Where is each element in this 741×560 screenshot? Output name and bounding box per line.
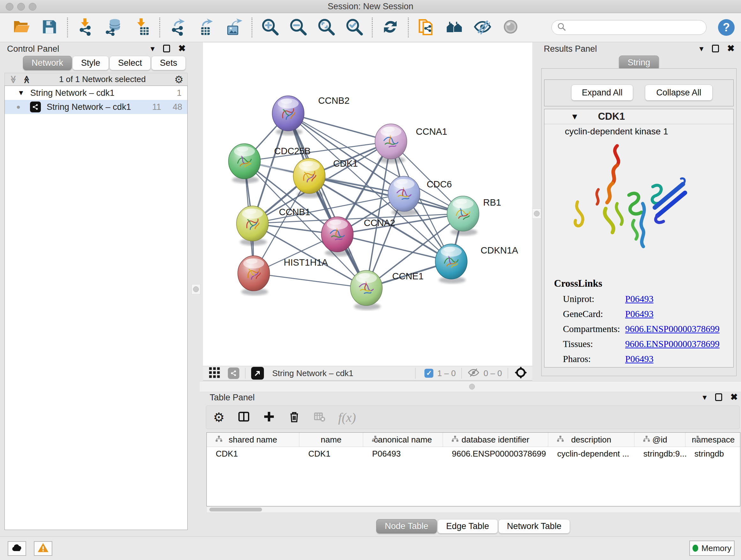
results-content: Expand All Collapse All ▼ CDK1 cyclin-de…: [541, 68, 737, 376]
crosslink-label: Compartments:: [563, 324, 625, 334]
delete-column-trash-icon[interactable]: [288, 410, 300, 424]
collapse-caret-icon[interactable]: ▼: [17, 89, 24, 97]
import-database-button[interactable]: [105, 18, 123, 37]
table-row[interactable]: CDK1CDK1P064939606.ENSP00000378699cyclin…: [207, 447, 740, 460]
column-header--id[interactable]: @id: [634, 433, 685, 447]
table-options-gear-icon[interactable]: ⚙: [213, 411, 225, 424]
gene-description: cyclin-dependent kinase 1: [565, 126, 668, 137]
hide-selected-button[interactable]: [473, 18, 492, 37]
open-session-button[interactable]: [12, 18, 30, 37]
tab-network[interactable]: Network: [23, 56, 72, 70]
toolbar-search: [551, 20, 706, 35]
tab-node-table[interactable]: Node Table: [376, 519, 437, 534]
selected-counts: 1 – 0: [437, 368, 456, 378]
crosslink-link[interactable]: 9606.ENSP00000378699: [625, 324, 720, 334]
column-header-description[interactable]: description: [548, 433, 634, 447]
results-buttons-row: Expand All Collapse All: [544, 79, 734, 106]
footer-separator: [508, 368, 508, 379]
network-view-toolbar: String Network – cdk1 ✓ 1 – 0 0 – 0: [203, 366, 532, 381]
zoom-out-button[interactable]: [289, 18, 307, 37]
network-options-gear-icon[interactable]: ⚙: [174, 74, 184, 84]
first-neighbors-button[interactable]: [445, 18, 464, 37]
splitter-dot[interactable]: [469, 384, 475, 389]
network-edge[interactable]: [254, 273, 366, 288]
memory-button[interactable]: Memory: [689, 541, 735, 556]
collapse-all-button[interactable]: Collapse All: [645, 84, 713, 101]
float-panel-icon[interactable]: [712, 45, 719, 52]
import-network-button[interactable]: [76, 18, 95, 37]
tab-edge-table[interactable]: Edge Table: [437, 519, 498, 534]
export-image-button[interactable]: [225, 18, 243, 37]
results-panel-title: Results Panel: [544, 44, 597, 54]
table-toolbar: ⚙ f(x): [206, 406, 740, 429]
toolbar-separator: [408, 17, 409, 37]
zoom-selected-icon: [345, 17, 363, 37]
zoom-in-button[interactable]: [261, 18, 279, 37]
column-header-name[interactable]: name: [299, 433, 363, 447]
panel-menu-icon[interactable]: ▾: [702, 393, 706, 401]
zoom-in-icon: [261, 17, 279, 37]
export-table-button[interactable]: [197, 18, 215, 37]
left-splitter-handle[interactable]: [192, 284, 200, 294]
panel-menu-icon[interactable]: ▾: [150, 44, 154, 53]
copy-network-button[interactable]: [417, 18, 435, 37]
cytoscape-window: Session: New Session: [0, 0, 741, 560]
show-columns-icon[interactable]: [238, 410, 250, 424]
collapse-gene-caret-icon[interactable]: ▼: [570, 112, 579, 121]
selected-checkbox-icon[interactable]: ✓: [424, 369, 433, 378]
close-panel-icon[interactable]: ✖: [731, 393, 738, 401]
network-row-selected[interactable]: ● String Network – cdk1 11 48: [5, 100, 187, 114]
add-column-icon[interactable]: [263, 411, 275, 424]
crosslink-link[interactable]: P06493: [625, 309, 654, 319]
column-header-namespace[interactable]: namespace: [685, 433, 740, 447]
birdseye-view-icon[interactable]: [251, 367, 264, 380]
zoom-fit-button[interactable]: [317, 18, 335, 37]
float-panel-icon[interactable]: [715, 393, 722, 401]
column-header-canonical-name[interactable]: canonical name: [363, 433, 443, 447]
crosslink-link[interactable]: P06493: [625, 294, 654, 304]
collapse-all-networks-icon[interactable]: ≫: [10, 75, 17, 83]
expand-all-button[interactable]: Expand All: [571, 84, 633, 101]
copy-document-icon: [417, 17, 435, 37]
close-panel-icon[interactable]: ✖: [727, 44, 735, 53]
import-table-button[interactable]: [132, 18, 151, 37]
network-selection-status: 1 of 1 Network selected: [30, 74, 174, 84]
tab-style[interactable]: Style: [72, 56, 109, 70]
save-session-button[interactable]: [40, 18, 59, 37]
footer-separator: [245, 368, 246, 379]
pan-crosshair-icon[interactable]: [514, 366, 528, 381]
tab-sets[interactable]: Sets: [151, 56, 186, 70]
crosslink-link[interactable]: P06493: [625, 354, 654, 364]
column-header-database-identifier[interactable]: database identifier: [443, 433, 548, 447]
warnings-button[interactable]: [34, 541, 52, 556]
show-all-button[interactable]: [501, 18, 520, 37]
tab-string[interactable]: String: [619, 56, 659, 70]
export-network-button[interactable]: [169, 18, 187, 37]
gene-card-header[interactable]: ▼ CDK1: [544, 109, 733, 124]
scrollbar-thumb[interactable]: [209, 508, 262, 511]
tab-network-table[interactable]: Network Table: [498, 519, 570, 534]
tab-select[interactable]: Select: [110, 56, 151, 70]
horizontal-splitter[interactable]: [200, 381, 741, 392]
panel-menu-icon[interactable]: ▾: [699, 44, 703, 53]
automation-status-button[interactable]: [8, 541, 26, 556]
network-canvas[interactable]: CCNB2CCNA1CDC25BCDK1CDC6RB1CCNB1CCNA2CDK…: [203, 43, 532, 366]
zoom-selected-button[interactable]: [345, 18, 363, 37]
grid-view-icon[interactable]: [208, 366, 221, 380]
float-panel-icon[interactable]: [163, 45, 170, 52]
column-header-shared-name[interactable]: shared name: [207, 433, 299, 447]
network-collection-row[interactable]: ▼ String Network – cdk1 1: [5, 86, 187, 100]
toolbar-separator: [159, 17, 160, 37]
crosslink-link[interactable]: 9606.ENSP00000378699: [625, 339, 720, 349]
network-edge[interactable]: [337, 234, 451, 261]
table-hscrollbar[interactable]: [206, 507, 740, 513]
toolbar-separator: [252, 17, 253, 37]
cloud-icon: [10, 542, 23, 556]
help-button[interactable]: ?: [718, 19, 735, 36]
search-input[interactable]: [569, 23, 701, 33]
apply-layout-button[interactable]: [381, 18, 400, 37]
close-panel-icon[interactable]: ✖: [179, 44, 186, 53]
expand-all-networks-icon[interactable]: ≫: [23, 75, 30, 83]
network-view-type-icon[interactable]: [228, 368, 239, 379]
function-builder-icon: f(x): [338, 410, 356, 425]
